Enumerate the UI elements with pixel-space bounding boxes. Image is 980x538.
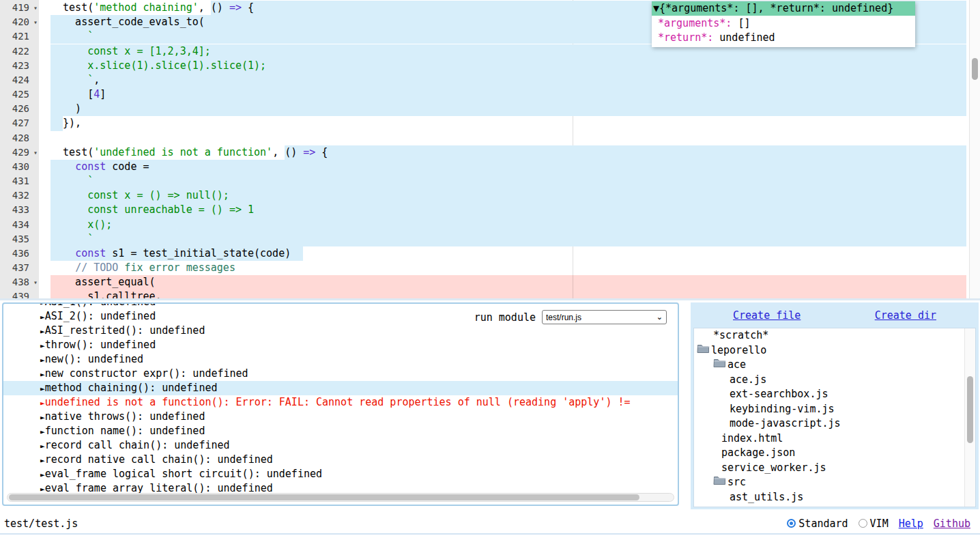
tree-item-label: ace [727,358,746,373]
code-line-text: const x = () => null(); [51,188,229,203]
tree-scrollbar-thumb[interactable] [967,376,973,443]
fold-toggle-icon[interactable]: ▾ [33,1,38,15]
result-expand-icon[interactable]: ► [40,341,45,350]
tree-file-item[interactable]: ast_utils.js [694,490,975,505]
run-module-select[interactable]: test/run.js ⌄ [542,310,667,324]
gutter: 419▾420▾421422423424425426427428429▾4304… [0,0,39,298]
test-result-item[interactable]: ►ASI_1(): undefined [3,302,678,309]
tree-file-item[interactable]: package.json [694,446,975,461]
tree-file-item[interactable]: *scratch* [694,328,975,343]
create-file-link[interactable]: Create file [733,309,801,322]
result-expand-icon[interactable]: ► [40,302,45,307]
code-line[interactable]: assert_equal( [0,275,980,289]
tree-file-item[interactable]: keybinding-vim.js [694,402,975,417]
tooltip-header-row[interactable]: ▼{*arguments*: [], *return*: undefined} [652,1,915,16]
test-result-item[interactable]: ►record call chain(): undefined [3,438,678,453]
result-expand-icon[interactable]: ► [40,413,45,422]
tooltip-entry-row[interactable]: *return*: undefined [652,31,915,45]
fold-toggle-icon[interactable]: ▾ [33,145,38,160]
test-result-item[interactable]: ►new(): undefined [3,352,678,367]
test-result-item[interactable]: ►method chaining(): undefined [3,381,678,395]
result-expand-icon[interactable]: ► [40,356,45,365]
result-expand-icon[interactable]: ► [40,456,45,465]
result-expand-icon[interactable]: ► [40,470,45,479]
code-line[interactable]: ) [0,102,980,116]
code-line[interactable]: [4] [0,87,980,102]
code-line[interactable]: test('undefined is not a function', () =… [0,145,980,160]
code-line[interactable]: ` [0,174,980,188]
editor-scrollbar-thumb[interactable] [972,58,978,80]
code-line-text: const code = [51,160,149,174]
test-result-item[interactable]: ►new constructor expr(): undefined [3,367,678,381]
line-number: 422 [0,44,39,59]
github-link[interactable]: Github [934,518,970,530]
code-line-text: const unreachable = () => 1 [51,203,254,217]
fold-toggle-icon[interactable]: ▾ [33,275,38,289]
result-expand-icon[interactable]: ► [40,427,45,436]
tree-item-label: src [727,475,746,490]
help-link[interactable]: Help [899,518,923,530]
code-editor[interactable]: test('method chaining', () => { assert_c… [0,0,980,298]
tree-file-item[interactable]: mode-javascript.js [694,416,975,431]
code-line[interactable]: const code = [0,160,980,174]
current-file-path: test/test.js [0,518,78,530]
code-line[interactable]: }), [0,116,980,130]
result-expand-icon[interactable]: ► [40,442,45,451]
test-result-item[interactable]: ►eval_frame logical short circuit(): und… [3,467,678,481]
keybinding-radio-standard[interactable]: Standard [787,518,848,530]
run-module-selected-value: test/run.js [546,313,657,322]
result-expand-icon[interactable]: ► [40,384,45,393]
result-expand-icon[interactable]: ► [40,327,45,336]
code-line-text: [4] [51,87,106,102]
test-result-item[interactable]: ►function name(): undefined [3,424,678,438]
tooltip-entry-row[interactable]: *arguments*: [] [652,16,915,31]
line-number: 423 [0,59,39,73]
fold-toggle-icon[interactable]: ▾ [33,15,38,29]
result-expand-icon[interactable]: ► [40,313,45,322]
create-dir-link[interactable]: Create dir [875,309,936,322]
tree-file-item[interactable]: ext-searchbox.js [694,387,975,402]
line-number: 432 [0,188,39,203]
file-tree-items: *scratch*leporelloaceace.jsext-searchbox… [694,328,975,505]
code-line[interactable] [0,131,980,145]
radio-unselected-icon[interactable] [859,519,867,528]
code-line[interactable]: x(); [0,218,980,232]
code-line[interactable]: x.slice(1).slice(1).slice(1); [0,59,980,73]
keybinding-radio-vim[interactable]: VIM [859,518,889,530]
code-line-text: assert_code_evals_to( [51,15,205,29]
code-line-text: test('method chaining', () => { [51,1,254,15]
result-expand-icon[interactable]: ► [40,399,45,408]
test-result-item[interactable]: ►record native call chain(): undefined [3,453,678,467]
tree-item-label: service_worker.js [721,461,826,476]
code-line-text: s1.calltree, [51,289,162,298]
tree-folder-item[interactable]: src [694,475,975,490]
test-result-item[interactable]: ►undefined is not a function(): Error: F… [3,395,678,410]
result-expand-icon[interactable]: ► [40,370,45,379]
code-line[interactable]: const s1 = test_initial_state(code) [0,246,980,261]
tooltip-body: *arguments*: [] *return*: undefined [652,16,915,47]
tree-file-item[interactable]: service_worker.js [694,461,975,476]
code-line-text: ` [51,232,93,246]
test-result-item[interactable]: ►native throws(): undefined [3,410,678,424]
radio-selected-icon[interactable] [787,519,796,528]
code-line-text: test('undefined is not a function', () =… [51,145,328,160]
tree-file-item[interactable]: ace.js [694,373,975,388]
code-line[interactable]: ` [0,232,980,246]
executed-region-highlight [51,87,966,102]
tree-folder-item[interactable]: leporello [694,343,975,358]
tree-scrollbar[interactable] [964,328,975,507]
code-line[interactable]: s1.calltree, [0,289,980,298]
tree-folder-item[interactable]: ace [694,358,975,373]
tree-file-item[interactable]: index.html [694,431,975,447]
code-line[interactable]: const x = () => null(); [0,188,980,203]
code-line[interactable]: // TODO fix error messages [0,261,980,275]
status-bar: test/test.js Standard VIM Help Github [0,513,980,533]
line-number: 428 [0,131,39,145]
editor-scrollbar[interactable] [969,0,980,298]
results-h-scrollbar-thumb[interactable] [9,494,639,500]
code-line[interactable]: const unreachable = () => 1 [0,203,980,217]
test-result-item[interactable]: ►ASI_restrited(): undefined [3,324,678,338]
results-h-scrollbar[interactable] [7,493,674,502]
code-line[interactable]: `, [0,73,980,87]
test-result-item[interactable]: ►throw(): undefined [3,338,678,352]
